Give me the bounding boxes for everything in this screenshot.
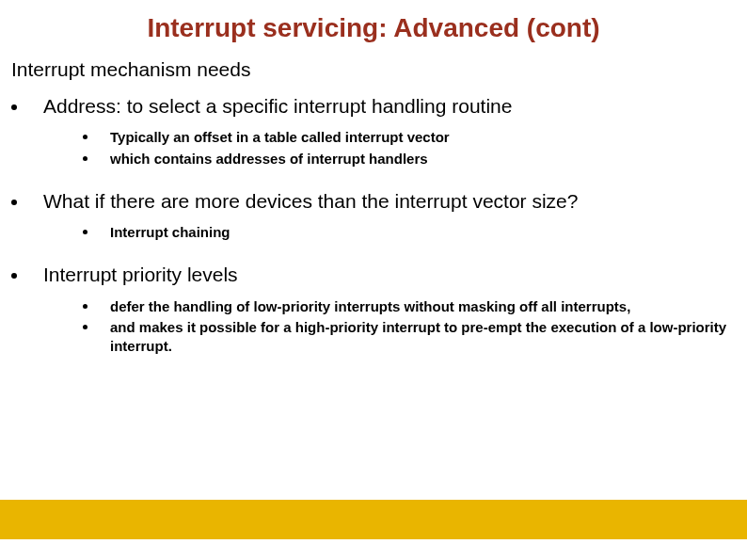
sub-item-text: Typically an offset in a table called in…	[110, 128, 469, 147]
slide-subtitle: Interrupt mechanism needs	[0, 53, 747, 94]
list-item-content: What if there are more devices than the …	[43, 189, 747, 256]
bullet-icon	[83, 156, 87, 161]
sub-item: Interrupt chaining	[83, 223, 747, 242]
slide-title: Interrupt servicing: Advanced (cont)	[0, 0, 747, 53]
bullet-icon	[83, 325, 87, 329]
sub-item-text: which contains addresses of interrupt ha…	[110, 150, 447, 168]
sub-item-text: defer the handling of low-priority inter…	[110, 297, 649, 316]
bullet-icon	[83, 230, 87, 234]
bullet-icon	[11, 273, 17, 279]
list-item: What if there are more devices than the …	[11, 189, 747, 256]
bullet-icon	[11, 104, 17, 110]
bullet-icon	[83, 135, 87, 139]
sub-item: defer the handling of low-priority inter…	[83, 297, 747, 316]
list-item: Address: to select a specific interrupt …	[11, 94, 747, 182]
sub-item: which contains addresses of interrupt ha…	[83, 150, 747, 168]
bullet-icon	[83, 304, 87, 309]
list-item-text: Address: to select a specific interrupt …	[43, 94, 747, 119]
list-item-content: Address: to select a specific interrupt …	[43, 94, 747, 182]
slide: Interrupt servicing: Advanced (cont) Int…	[0, 0, 747, 560]
sub-item: and makes it possible for a high-priorit…	[83, 318, 747, 357]
list-item-text: Interrupt priority levels	[43, 263, 747, 287]
list-item-content: Interrupt priority levels defer the hand…	[43, 263, 747, 369]
bullet-icon	[11, 200, 17, 205]
sub-item-text: and makes it possible for a high-priorit…	[110, 318, 747, 357]
list-item: Interrupt priority levels defer the hand…	[11, 263, 747, 369]
sub-item-text: Interrupt chaining	[110, 223, 249, 242]
sub-list: Typically an offset in a table called in…	[43, 128, 747, 168]
sub-list: defer the handling of low-priority inter…	[43, 297, 747, 357]
sub-list: Interrupt chaining	[43, 223, 747, 242]
sub-item: Typically an offset in a table called in…	[83, 128, 747, 147]
footer-bar	[0, 500, 747, 539]
list-item-text: What if there are more devices than the …	[43, 189, 747, 214]
bullet-list: Address: to select a specific interrupt …	[0, 94, 747, 369]
